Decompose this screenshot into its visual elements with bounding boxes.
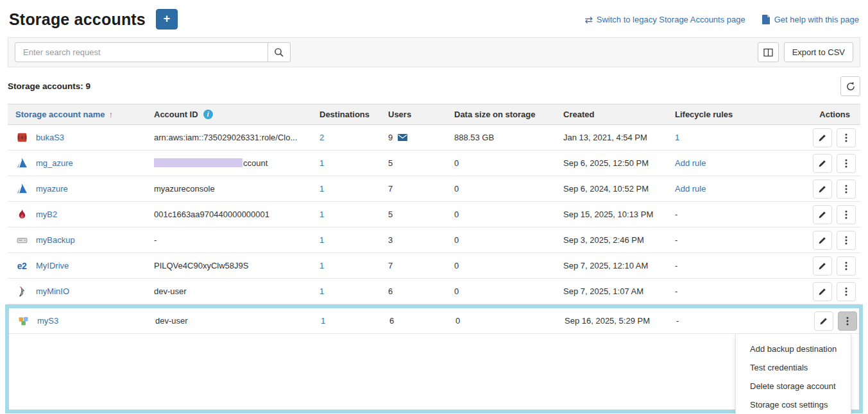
search-icon <box>274 47 284 58</box>
refresh-button[interactable] <box>840 76 860 96</box>
row-menu-button[interactable] <box>837 179 856 199</box>
destinations-link[interactable]: 1 <box>319 210 324 219</box>
row-menu-button[interactable] <box>837 128 856 147</box>
column-header-data-size: Data size on storage <box>454 110 563 119</box>
edit-button[interactable] <box>813 179 832 199</box>
add-rule-link[interactable]: Add rule <box>675 184 706 194</box>
menu-item-storage-cost-settings[interactable]: Storage cost settings <box>736 395 851 414</box>
edit-button[interactable] <box>813 154 832 173</box>
edit-button[interactable] <box>813 231 832 250</box>
column-header-actions: Actions <box>813 110 860 119</box>
data-size-cell: 0 <box>454 286 563 296</box>
table-row: myMinIO dev-user 1 6 0 Sep 7, 2025, 1:07… <box>8 279 860 304</box>
created-cell: Sep 15, 2025, 10:13 PM <box>563 210 675 219</box>
row-menu-button[interactable] <box>837 231 856 250</box>
data-size-cell: 888.53 GB <box>454 133 563 142</box>
account-name-link[interactable]: bukaS3 <box>36 133 64 142</box>
backblaze-b2-icon <box>15 208 28 221</box>
menu-item-delete-storage-account[interactable]: Delete storage account <box>736 377 851 395</box>
account-name-link[interactable]: myazure <box>36 184 68 194</box>
data-size-cell: 0 <box>454 184 563 194</box>
created-cell: Sep 3, 2025, 2:46 PM <box>563 235 675 245</box>
help-doc-icon <box>762 15 770 24</box>
users-count: 5 <box>388 158 393 168</box>
destinations-link[interactable]: 1 <box>321 316 325 326</box>
aws-iam-red-icon <box>15 131 28 144</box>
lifecycle-empty: - <box>675 261 677 270</box>
destinations-link[interactable]: 1 <box>319 235 324 245</box>
created-cell: Jan 13, 2021, 4:54 PM <box>563 133 675 142</box>
add-rule-link[interactable]: Add rule <box>675 158 706 168</box>
local-drive-icon <box>15 234 28 247</box>
switch-legacy-link[interactable]: ⇄ Switch to legacy Storage Accounts page <box>584 15 745 24</box>
created-cell: Sep 6, 2025, 12:50 PM <box>563 158 675 168</box>
search-toolbar: Export to CSV <box>8 37 860 67</box>
destinations-link[interactable]: 1 <box>319 184 324 194</box>
search-input[interactable] <box>15 42 268 62</box>
s3-compatible-icon <box>17 315 30 327</box>
account-id-cell: - <box>154 235 319 245</box>
storage-accounts-page: Storage accounts + ⇄ Switch to legacy St… <box>0 0 868 414</box>
swap-arrows-icon: ⇄ <box>584 15 593 24</box>
destinations-link[interactable]: 1 <box>319 158 324 168</box>
row-menu-button-active[interactable] <box>838 311 857 331</box>
edit-button[interactable] <box>813 128 832 147</box>
sort-ascending-icon: ↑ <box>108 110 113 119</box>
destinations-link[interactable]: 2 <box>319 133 324 142</box>
export-csv-button[interactable]: Export to CSV <box>784 42 853 62</box>
row-menu-button[interactable] <box>837 256 856 276</box>
account-name-link[interactable]: myBackup <box>36 235 75 245</box>
edit-button[interactable] <box>814 311 833 331</box>
table-row: bukaS3 arn:aws:iam::735029026331:role/Cl… <box>8 125 860 151</box>
data-size-cell: 0 <box>454 235 563 245</box>
account-name-link[interactable]: MyIDrive <box>36 261 69 270</box>
edit-button[interactable] <box>813 205 832 224</box>
add-storage-account-button[interactable]: + <box>156 9 178 29</box>
created-cell: Sep 7, 2025, 1:07 AM <box>563 286 675 296</box>
lifecycle-link[interactable]: 1 <box>675 133 679 142</box>
column-header-users: Users <box>388 110 454 119</box>
get-help-label: Get help with this page <box>774 15 859 24</box>
account-name-link[interactable]: myMinIO <box>36 286 69 296</box>
get-help-link[interactable]: Get help with this page <box>762 15 859 24</box>
selected-row-highlight: myS3 dev-user 1 6 0 Sep 16, 2025, 5:29 P… <box>5 304 863 413</box>
menu-item-test-credentials[interactable]: Test credentials <box>736 358 851 377</box>
users-count: 6 <box>389 316 394 326</box>
account-name-link[interactable]: myS3 <box>37 316 58 326</box>
column-header-name[interactable]: Storage account name ↑ <box>15 110 154 119</box>
mail-icon[interactable] <box>398 134 407 141</box>
account-id-cell: dev-user <box>154 286 319 296</box>
lifecycle-empty: - <box>675 235 677 245</box>
row-menu-button[interactable] <box>837 205 856 224</box>
edit-button[interactable] <box>813 256 832 276</box>
account-id-cell: arn:aws:iam::735029026331:role/Clo... <box>154 133 319 142</box>
row-menu-button[interactable] <box>837 154 856 173</box>
created-cell: Sep 7, 2025, 12:10 AM <box>563 261 675 270</box>
toolbar-right: Export to CSV <box>758 42 853 62</box>
switch-legacy-label: Switch to legacy Storage Accounts page <box>597 15 745 24</box>
column-header-created: Created <box>563 110 675 119</box>
account-name-link[interactable]: mg_azure <box>36 158 73 168</box>
info-icon[interactable]: i <box>203 110 213 119</box>
redacted-account-id <box>154 158 243 167</box>
destinations-link[interactable]: 1 <box>319 286 324 296</box>
users-count: 3 <box>388 235 393 245</box>
menu-item-add-backup-destination[interactable]: Add backup destination <box>736 340 851 358</box>
table-row: e2 MyIDrive PILQVe4C90xyClw58J9S 1 7 0 S… <box>8 253 860 279</box>
destinations-link[interactable]: 1 <box>319 261 324 270</box>
column-header-lifecycle: Lifecycle rules <box>675 110 813 119</box>
lifecycle-empty: - <box>675 286 677 296</box>
edit-button[interactable] <box>813 282 832 301</box>
search-button[interactable] <box>268 42 291 62</box>
refresh-icon <box>846 81 856 92</box>
account-id-cell: myazureconsole <box>154 184 319 194</box>
users-count: 6 <box>388 286 393 296</box>
account-name-link[interactable]: myB2 <box>36 210 57 219</box>
column-settings-button[interactable] <box>758 42 779 62</box>
azure-icon <box>15 183 28 195</box>
minio-icon <box>15 285 28 298</box>
row-context-menu: Add backup destination Test credentials … <box>735 334 851 414</box>
account-id-cell: dev-user <box>155 316 321 326</box>
row-menu-button[interactable] <box>837 282 856 301</box>
account-id-cell: ccount <box>154 158 319 168</box>
